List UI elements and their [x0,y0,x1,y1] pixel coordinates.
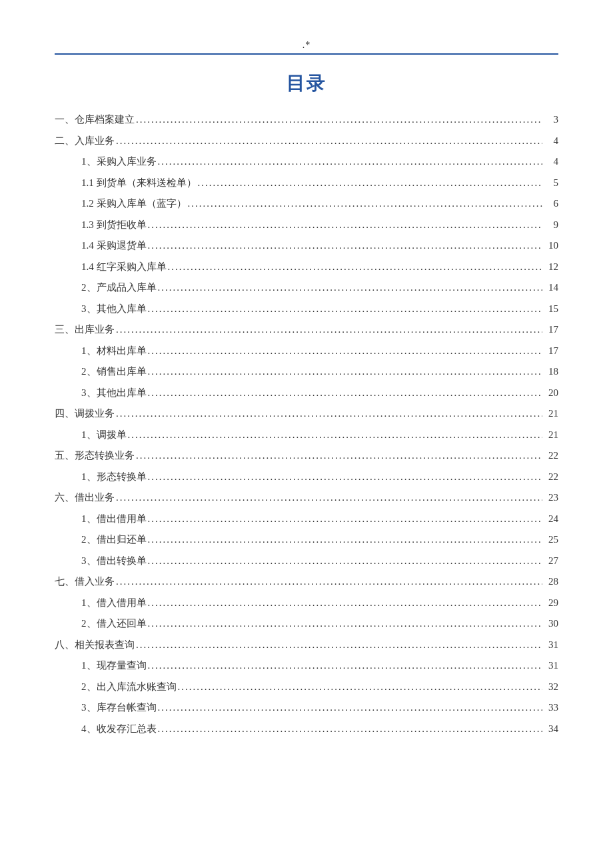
toc-entry[interactable]: 2、借入还回单30 [55,613,558,635]
toc-entry[interactable]: 一、仓库档案建立3 [55,109,558,131]
toc-entry[interactable]: 1.4 红字采购入库单12 [55,257,558,278]
toc-entry[interactable]: 3、其他出库单20 [55,383,558,404]
toc-entry-page: 18 [544,361,558,383]
toc-entry-label: 1.2 采购入库单（蓝字） [81,193,187,215]
toc-entry[interactable]: 六、借出业务23 [55,487,558,509]
toc-entry[interactable]: 2、出入库流水账查询32 [55,677,558,698]
toc-leader-dots [116,571,542,593]
toc-entry-label: 四、调拨业务 [55,403,115,425]
toc-entry-page: 4 [544,151,558,173]
toc-entry[interactable]: 2、产成品入库单14 [55,277,558,299]
toc-entry[interactable]: 八、相关报表查询31 [55,635,558,656]
toc-entry-page: 3 [544,109,558,131]
toc-title: 目录 [55,71,558,96]
toc-entry[interactable]: 七、借入业务28 [55,571,558,593]
toc-entry[interactable]: 1、调拨单21 [55,425,558,446]
toc-entry-page: 12 [544,257,558,278]
toc-leader-dots [116,319,542,341]
toc-leader-dots [158,719,543,740]
toc-entry[interactable]: 五、形态转换业务22 [55,445,558,467]
toc-entry-label: 1.4 红字采购入库单 [81,257,167,278]
toc-entry-label: 2、借入还回单 [81,613,147,635]
toc-leader-dots [158,277,543,299]
toc-entry-page: 24 [544,509,558,530]
toc-entry-label: 1.3 到货拒收单 [81,215,147,236]
toc-entry-label: 1、调拨单 [81,425,127,446]
toc-leader-dots [148,235,543,257]
toc-leader-dots [136,635,542,656]
toc-entry-page: 29 [544,593,558,614]
toc-leader-dots [116,403,542,425]
toc-leader-dots [158,697,543,719]
toc-entry[interactable]: 1.2 采购入库单（蓝字）6 [55,193,558,215]
toc-entry[interactable]: 3、借出转换单27 [55,551,558,572]
header-mark: .* [55,40,558,51]
toc-entry[interactable]: 1.1 到货单（来料送检单）5 [55,173,558,194]
toc-entry[interactable]: 3、其他入库单15 [55,299,558,320]
toc-entry-page: 17 [544,319,558,341]
toc-entry-label: 一、仓库档案建立 [55,109,135,131]
toc-entry-label: 3、其他入库单 [81,299,147,320]
toc-entry-label: 3、借出转换单 [81,551,147,572]
toc-entry[interactable]: 四、调拨业务21 [55,403,558,425]
toc-entry-label: 1、形态转换单 [81,467,147,488]
toc-leader-dots [148,467,543,488]
toc-entry[interactable]: 三、出库业务17 [55,319,558,341]
toc-leader-dots [148,215,543,236]
toc-entry-label: 2、出入库流水账查询 [81,677,177,698]
toc-leader-dots [128,425,543,446]
toc-entry[interactable]: 1、采购入库业务4 [55,151,558,173]
toc-leader-dots [168,257,543,278]
toc-entry[interactable]: 3、库存台帐查询33 [55,697,558,719]
toc-entry-page: 21 [544,425,558,446]
toc-entry-label: 2、销售出库单 [81,361,147,383]
toc-entry-page: 33 [544,697,558,719]
toc-entry-page: 31 [544,635,558,656]
toc-entry-page: 4 [544,131,558,152]
toc-entry-page: 6 [544,193,558,215]
toc-leader-dots [116,131,542,152]
toc-entry[interactable]: 1.4 采购退货单10 [55,235,558,257]
toc-entry-page: 23 [544,487,558,509]
toc-entry-page: 32 [544,677,558,698]
toc-leader-dots [148,529,543,551]
toc-entry-page: 20 [544,383,558,404]
toc-entry[interactable]: 1、形态转换单22 [55,467,558,488]
toc-entry-page: 10 [544,235,558,257]
toc-entry-page: 14 [544,277,558,299]
toc-entry-label: 1、借出借用单 [81,509,147,530]
toc-entry-label: 1.1 到货单（来料送检单） [81,173,197,194]
toc-entry-label: 1、现存量查询 [81,655,147,677]
toc-entry[interactable]: 1、借入借用单29 [55,593,558,614]
toc-entry-page: 5 [544,173,558,194]
toc-entry-label: 2、产成品入库单 [81,277,157,299]
toc-leader-dots [188,193,543,215]
toc-entry-page: 9 [544,215,558,236]
toc-entry-label: 2、借出归还单 [81,529,147,551]
toc-entry[interactable]: 2、销售出库单18 [55,361,558,383]
toc-entry[interactable]: 1、材料出库单17 [55,341,558,362]
toc-entry-label: 3、库存台帐查询 [81,697,157,719]
toc-entry[interactable]: 4、收发存汇总表34 [55,719,558,740]
toc-leader-dots [148,299,543,320]
toc-leader-dots [116,487,542,509]
toc-entry-page: 27 [544,551,558,572]
toc-entry-page: 17 [544,341,558,362]
toc-leader-dots [148,383,543,404]
toc-entry[interactable]: 1、现存量查询31 [55,655,558,677]
toc-entry[interactable]: 1、借出借用单24 [55,509,558,530]
toc-leader-dots [148,361,543,383]
table-of-contents: 一、仓库档案建立3二、入库业务41、采购入库业务41.1 到货单（来料送检单）5… [55,109,558,739]
toc-entry-page: 31 [544,655,558,677]
toc-leader-dots [148,551,543,572]
toc-entry-label: 七、借入业务 [55,571,115,593]
toc-entry[interactable]: 2、借出归还单25 [55,529,558,551]
toc-entry-label: 五、形态转换业务 [55,445,135,467]
toc-entry[interactable]: 1.3 到货拒收单9 [55,215,558,236]
toc-leader-dots [148,613,543,635]
toc-entry-label: 1、材料出库单 [81,341,147,362]
toc-entry-label: 八、相关报表查询 [55,635,135,656]
toc-entry-page: 22 [544,467,558,488]
toc-entry[interactable]: 二、入库业务4 [55,131,558,152]
toc-leader-dots [148,509,543,530]
